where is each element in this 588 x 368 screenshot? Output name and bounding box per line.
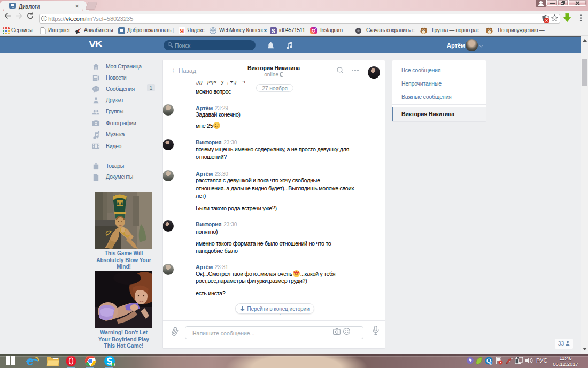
svg-text:S: S: [272, 28, 275, 34]
svg-text:Я: Я: [180, 27, 184, 34]
